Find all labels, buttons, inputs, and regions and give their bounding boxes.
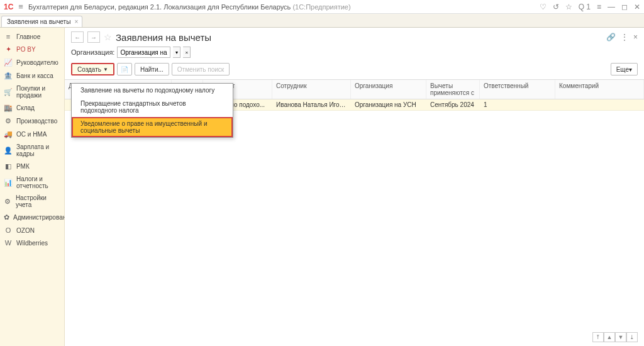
sidebar-label: PO BY — [16, 46, 36, 53]
sidebar-item-9[interactable]: ◧РМК — [0, 160, 64, 173]
tab-close-icon[interactable]: × — [74, 18, 78, 25]
sidebar-icon: ⚙ — [4, 198, 12, 206]
dropdown-item-2[interactable]: Уведомление о праве на имущественный и с… — [72, 117, 233, 137]
sidebar: ≡Главное✦PO BY📈Руководителю🏦Банк и касса… — [0, 28, 65, 346]
nav-back-button[interactable]: ← — [71, 31, 84, 43]
tab-deductions[interactable]: Заявления на вычеты × — [1, 16, 82, 27]
sidebar-label: Wildberries — [16, 240, 48, 247]
create-button[interactable]: Создать▼ — [71, 63, 114, 75]
sidebar-icon: ✦ — [4, 45, 13, 53]
sidebar-label: Главное — [16, 33, 40, 40]
sidebar-icon: 🏬 — [4, 104, 13, 112]
sidebar-icon: 📊 — [4, 179, 13, 187]
copy-button[interactable]: 📄 — [117, 63, 132, 75]
th-org[interactable]: Организация — [351, 80, 426, 99]
sidebar-item-13[interactable]: ОOZON — [0, 224, 64, 237]
sidebar-icon: ✿ — [4, 213, 9, 221]
sidebar-icon: 🚚 — [4, 130, 13, 138]
org-select-button[interactable]: ▾ — [173, 47, 180, 58]
tabbar: Заявления на вычеты × — [0, 14, 644, 28]
star-icon[interactable]: ☆ — [565, 3, 572, 11]
sidebar-icon: 📈 — [4, 59, 13, 67]
sidebar-label: ОС и НМА — [16, 131, 47, 138]
sidebar-item-0[interactable]: ≡Главное — [0, 30, 64, 43]
cancel-search-button[interactable]: Отменить поиск — [172, 63, 230, 75]
sidebar-icon: ◧ — [4, 162, 13, 170]
th-applied[interactable]: Вычеты применяются с — [426, 80, 480, 99]
sidebar-item-7[interactable]: 🚚ОС и НМА — [0, 128, 64, 141]
sidebar-label: OZON — [16, 227, 35, 234]
sidebar-label: Налоги и отчетность — [16, 176, 60, 189]
nav-forward-button[interactable]: → — [87, 31, 100, 43]
favorite-icon[interactable]: ☆ — [104, 32, 112, 42]
sidebar-item-14[interactable]: WWildberries — [0, 237, 64, 249]
maximize-icon[interactable]: ◻ — [621, 3, 628, 11]
close-icon[interactable]: ✕ — [634, 3, 640, 11]
sidebar-item-10[interactable]: 📊Налоги и отчетность — [0, 173, 64, 192]
sidebar-icon: 🛒 — [4, 88, 13, 96]
bell-icon[interactable]: ♡ — [540, 3, 547, 11]
link-icon[interactable]: 🔗 — [606, 33, 616, 42]
filter-label: Организация: — [71, 48, 114, 56]
sidebar-icon: ⚙ — [4, 117, 13, 125]
sidebar-item-11[interactable]: ⚙Настройки учета — [0, 192, 64, 211]
dropdown-item-1[interactable]: Прекращение стандартных вычетов подоходн… — [72, 97, 233, 117]
create-dropdown: Заявление на вычеты по подоходному налог… — [71, 83, 233, 138]
titlebar-actions: ♡ ↺ ☆ Q 1 ≡ — ◻ ✕ — [540, 3, 640, 11]
list-last-button[interactable]: ⤓ — [626, 332, 638, 342]
sidebar-label: Зарплата и кадры — [16, 143, 60, 157]
sidebar-item-6[interactable]: ⚙Производство — [0, 114, 64, 128]
sidebar-label: Руководителю — [16, 59, 58, 66]
find-button[interactable]: Найти... — [135, 63, 169, 75]
sidebar-item-12[interactable]: ✿Администрирование — [0, 211, 64, 224]
sidebar-label: Настройки учета — [16, 194, 60, 208]
dropdown-item-0[interactable]: Заявление на вычеты по подоходному налог… — [72, 84, 233, 97]
sidebar-icon: ≡ — [4, 33, 13, 40]
titlebar: 1С ≡ Бухгалтерия для Беларуси, редакция … — [0, 0, 644, 14]
content-area: ← → ☆ Заявления на вычеты 🔗 ⋮ × Организа… — [65, 28, 644, 346]
sidebar-icon: 👤 — [4, 147, 13, 155]
th-comment[interactable]: Комментарий — [555, 80, 644, 99]
sidebar-item-2[interactable]: 📈Руководителю — [0, 56, 64, 69]
search-icon[interactable]: Q 1 — [579, 3, 591, 11]
minimize-icon[interactable]: — — [608, 3, 615, 11]
app-logo: 1С — [4, 3, 13, 11]
sidebar-label: Покупки и продажи — [16, 85, 60, 99]
sidebar-item-8[interactable]: 👤Зарплата и кадры — [0, 141, 64, 160]
list-first-button[interactable]: ⤒ — [592, 332, 604, 342]
settings-icon[interactable]: ≡ — [597, 3, 601, 11]
page-title: Заявления на вычеты — [116, 32, 211, 43]
sidebar-item-3[interactable]: 🏦Банк и касса — [0, 69, 64, 82]
list-up-button[interactable]: ▲ — [604, 332, 615, 342]
sidebar-label: Склад — [16, 104, 35, 111]
kebab-icon[interactable]: ⋮ — [621, 33, 628, 42]
window-title: Бухгалтерия для Беларуси, редакция 2.1. … — [28, 3, 540, 11]
list-nav: ⤒ ▲ ▼ ⤓ — [592, 332, 638, 342]
sidebar-icon: О — [4, 226, 13, 234]
sidebar-label: Банк и касса — [16, 72, 53, 79]
history-icon[interactable]: ↺ — [553, 3, 559, 11]
list-down-button[interactable]: ▼ — [615, 332, 626, 342]
sidebar-item-5[interactable]: 🏬Склад — [0, 101, 64, 114]
sidebar-icon: 🏦 — [4, 72, 13, 80]
sidebar-label: РМК — [16, 163, 30, 170]
sidebar-label: Производство — [16, 118, 57, 125]
tab-label: Заявления на вычеты — [7, 18, 70, 25]
th-employee[interactable]: Сотрудник — [272, 80, 351, 99]
more-button[interactable]: Еще ▾ — [611, 63, 638, 75]
org-filter-input[interactable] — [117, 47, 170, 58]
panel-close-icon[interactable]: × — [633, 33, 638, 42]
sidebar-icon: W — [4, 239, 13, 247]
th-responsible[interactable]: Ответственный — [480, 80, 555, 99]
menu-icon[interactable]: ≡ — [18, 2, 23, 11]
sidebar-item-1[interactable]: ✦PO BY — [0, 43, 64, 56]
org-clear-button[interactable]: × — [183, 47, 191, 58]
sidebar-item-4[interactable]: 🛒Покупки и продажи — [0, 82, 64, 101]
